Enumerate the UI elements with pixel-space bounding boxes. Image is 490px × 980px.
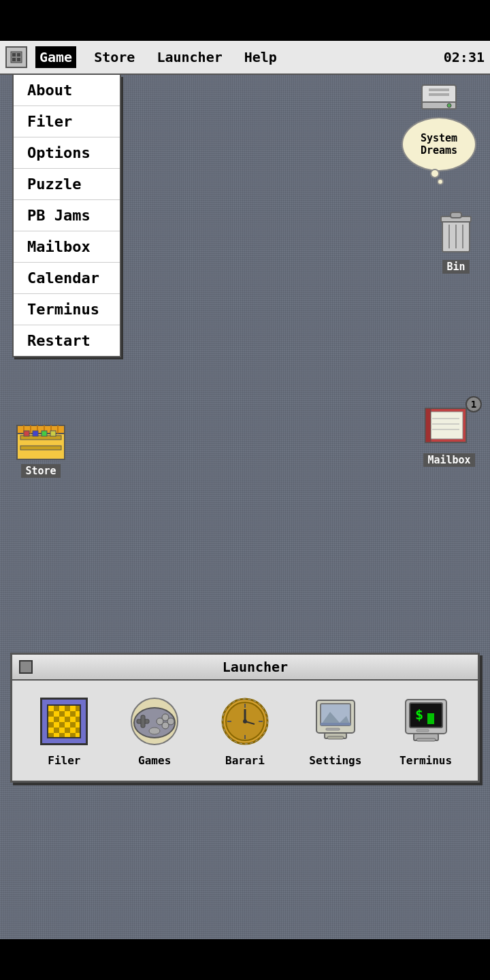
menu-item-mailbox[interactable]: Mailbox [14,231,120,263]
system-dreams-icon[interactable]: System Dreams [402,82,476,172]
desktop: About Filer Options Puzzle PB Jams Mailb… [0,75,490,939]
svg-rect-31 [429,412,463,439]
svg-rect-35 [425,408,431,442]
menu-item-filer[interactable]: Filer [14,106,120,137]
games-icon [127,694,182,749]
svg-rect-28 [42,431,47,436]
svg-point-43 [162,722,169,729]
svg-rect-3 [12,58,16,61]
launcher-titlebar: Launcher [12,655,478,681]
launcher-app-barari[interactable]: Barari [208,694,282,767]
svg-point-9 [447,103,451,108]
svg-rect-27 [33,431,38,436]
svg-rect-8 [429,93,449,96]
store-label: Store [21,464,60,478]
menu-store[interactable]: Store [90,46,139,68]
filer-label: Filer [48,754,80,767]
bin-icon[interactable]: Bin [436,211,476,274]
black-bar-bottom [0,939,490,980]
settings-icon [308,694,363,749]
svg-rect-61 [327,736,344,739]
menu-item-restart[interactable]: Restart [14,325,120,356]
launcher-close-button[interactable] [19,660,33,674]
svg-rect-66 [416,730,429,732]
barari-label: Barari [225,754,265,767]
black-bar-top [0,0,490,41]
mailbox-label: Mailbox [423,453,474,467]
menu-game[interactable]: Game [35,46,76,68]
svg-point-44 [149,728,160,734]
svg-rect-15 [451,212,461,218]
menu-item-calendar[interactable]: Calendar [14,263,120,294]
svg-rect-39 [141,715,145,728]
launcher-app-games[interactable]: Games [117,694,192,767]
game-dropdown-menu: About Filer Options Puzzle PB Jams Mailb… [12,75,121,357]
barari-icon [218,694,272,749]
menu-item-terminus[interactable]: Terminus [14,294,120,325]
svg-rect-2 [17,53,20,56]
launcher-title: Launcher [39,659,471,675]
games-label: Games [138,754,171,767]
mailbox-icon[interactable]: 1 Mailbox [422,402,476,467]
svg-point-53 [243,719,247,723]
svg-rect-68 [416,738,436,741]
menu-item-about[interactable]: About [14,75,120,106]
menubar: Game Store Launcher Help 02:31 [0,41,490,75]
menu-help[interactable]: Help [240,46,281,68]
menu-item-pbjams[interactable]: PB Jams [14,200,120,231]
svg-rect-25 [20,446,61,450]
svg-rect-29 [50,431,56,436]
bin-label: Bin [442,260,469,274]
svg-rect-65 [427,713,434,724]
settings-label: Settings [309,754,361,767]
terminus-icon: $ [399,694,453,749]
launcher-content: Filer [12,681,478,781]
menu-item-options[interactable]: Options [14,137,120,169]
terminus-label: Terminus [399,754,452,767]
svg-rect-59 [326,728,340,730]
menu-launcher[interactable]: Launcher [152,46,226,68]
svg-rect-26 [24,431,29,436]
launcher-app-settings[interactable]: Settings [298,694,373,767]
svg-text:$: $ [415,706,423,723]
launcher-app-filer[interactable]: Filer [27,694,101,767]
filer-icon [37,694,91,749]
mailbox-badge: 1 [466,396,482,412]
svg-rect-58 [321,723,350,725]
store-icon[interactable]: Store [14,408,68,478]
svg-rect-1 [12,53,16,56]
launcher-window: Launcher Filer [10,653,480,783]
svg-rect-7 [429,88,449,91]
thought-bubble: System Dreams [402,117,476,172]
svg-rect-4 [17,58,20,61]
menubar-items: Game Store Launcher Help [35,46,444,68]
menubar-clock: 02:31 [444,49,485,65]
menu-item-puzzle[interactable]: Puzzle [14,169,120,200]
apple-menu-button[interactable] [5,46,27,68]
launcher-app-terminus[interactable]: $ Terminus [389,694,463,767]
